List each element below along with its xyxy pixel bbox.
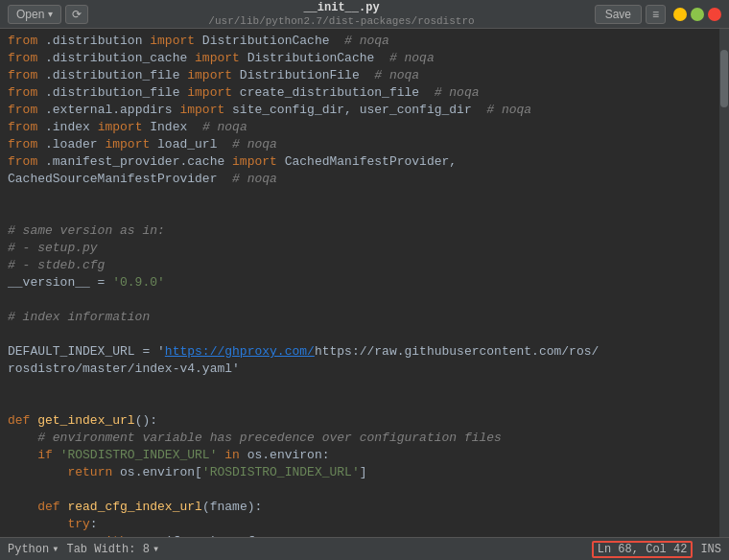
code-line: from .distribution import DistributionCa… [0,33,719,50]
window-controls [673,8,721,21]
code-line: # - stdeb.cfg [0,257,719,274]
scrollbar-thumb[interactable] [720,50,728,107]
code-line: from .manifest_provider.cache import Cac… [0,153,719,171]
code-line: # - setup.py [0,240,719,257]
code-line: from .external.appdirs import site_confi… [0,102,719,119]
code-line: if 'ROSDISTRO_INDEX_URL' in os.environ: [0,447,719,464]
code-line: def read_cfg_index_url(fname): [0,499,719,516]
tab-width-selector[interactable]: Tab Width: 8 ▾ [66,542,159,556]
code-line: CachedSourceManifestProvider # noqa [0,171,719,188]
tab-width-chevron-icon: ▾ [153,542,159,556]
code-line: rosdistro/master/index-v4.yaml' [0,361,719,378]
title-center: __init__.py /usr/lib/python2.7/dist-pack… [88,1,594,27]
code-line [0,481,719,499]
filename-label: __init__.py [303,1,379,14]
code-line: from .loader import load_url # noqa [0,136,719,153]
code-content[interactable]: from .distribution import DistributionCa… [0,29,719,537]
title-bar: Open ▾ ⟳ __init__.py /usr/lib/python2.7/… [0,0,729,29]
code-line: return os.environ['ROSDISTRO_INDEX_URL'] [0,464,719,481]
code-line [0,378,719,395]
chevron-down-icon: ▾ [48,9,53,19]
code-line: # index information [0,309,719,326]
code-line [0,188,719,205]
minimize-button[interactable] [673,8,687,21]
title-bar-left: Open ▾ ⟳ [8,5,88,24]
maximize-button[interactable] [691,8,704,21]
line-col-indicator[interactable]: Ln 68, Col 42 [592,541,694,558]
line-col-text: Ln 68, Col 42 [598,543,688,556]
code-line [0,395,719,412]
code-line [0,326,719,343]
code-line: # same version as in: [0,222,719,240]
code-line: DEFAULT_INDEX_URL = 'https://ghproxy.com… [0,343,719,361]
code-line: from .distribution_file import create_di… [0,84,719,102]
code-line: from .distribution_cache import Distribu… [0,50,719,67]
language-label: Python [8,543,49,556]
language-selector[interactable]: Python ▾ [8,542,59,556]
mode-text: INS [700,543,721,556]
code-line [0,292,719,309]
code-line [0,205,719,222]
sync-button[interactable]: ⟳ [65,5,88,24]
code-line: def get_index_url(): [0,412,719,430]
code-line: try: [0,516,719,533]
code-line: # environment variable has precedence ov… [0,430,719,447]
tab-width-label: Tab Width: 8 [66,543,149,556]
menu-button[interactable]: ≡ [646,5,666,24]
open-button[interactable]: Open ▾ [8,5,61,24]
scrollbar[interactable] [719,29,729,537]
close-button[interactable] [708,8,721,21]
code-line: from .distribution_file import Distribut… [0,67,719,84]
open-label: Open [16,8,44,21]
code-area: from .distribution import DistributionCa… [0,29,729,537]
code-line: from .index import Index # noqa [0,119,719,136]
filepath-label: /usr/lib/python2.7/dist-packages/rosdist… [88,15,594,27]
language-chevron-icon: ▾ [52,542,59,556]
status-bar: Python ▾ Tab Width: 8 ▾ Ln 68, Col 42 IN… [0,537,729,560]
code-line: __version__ = '0.9.0' [0,274,719,292]
code-line: with open(fname) as f: [0,533,719,537]
title-bar-right: Save ≡ [595,5,721,24]
save-button[interactable]: Save [595,5,642,24]
mode-indicator: INS [700,543,721,556]
